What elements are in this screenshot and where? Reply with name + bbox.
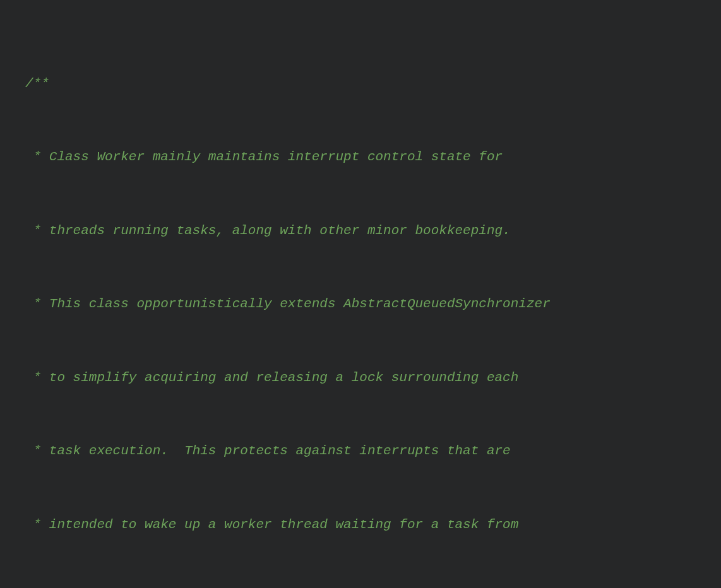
comment-line: * This class opportunistically extends A… (25, 292, 721, 317)
comment-line: * Class Worker mainly maintains interrup… (25, 145, 721, 170)
comment-line: * to simplify acquiring and releasing a … (25, 366, 721, 391)
javadoc-comment: /** * Class Worker mainly maintains inte… (25, 23, 721, 588)
comment-open: /** (25, 72, 721, 97)
comment-line: * task execution. This protects against … (25, 439, 721, 464)
comment-line: * intended to wake up a worker thread wa… (25, 513, 721, 538)
comment-line: * threads running tasks, along with othe… (25, 219, 721, 244)
